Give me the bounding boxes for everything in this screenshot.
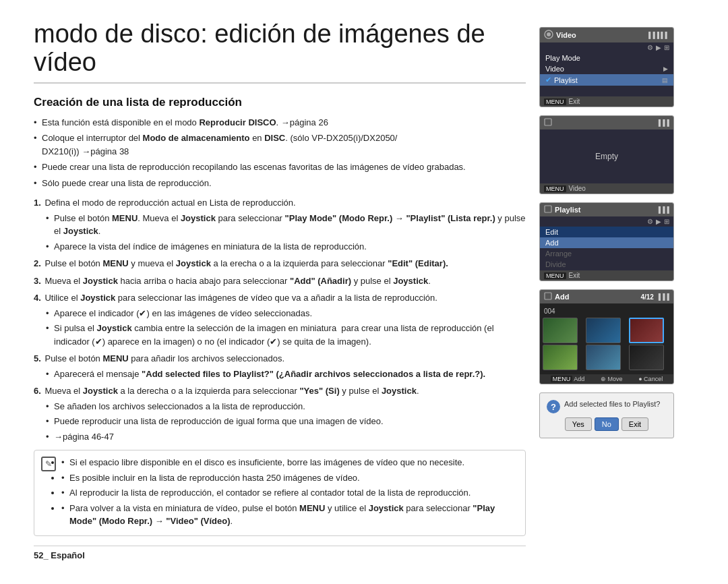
panel-row-edit: Edit — [540, 227, 673, 237]
step-1-sub-1: Pulse el botón MENU. Mueva el Joystick p… — [46, 212, 526, 238]
panel-empty-footer: MENU Video — [540, 183, 673, 194]
svg-rect-3 — [545, 206, 551, 212]
panel-playlist-icon — [544, 205, 552, 214]
panel-empty-icon — [544, 118, 552, 127]
dialog-buttons: Yes No Exit — [547, 417, 667, 431]
step-4-sub-2: Si pulsa el Joystick cambia entre la sel… — [46, 322, 526, 348]
step-5: 5. Pulse el botón MENU para añadir los a… — [34, 352, 526, 380]
intro-bullet-4: Sólo puede crear una lista de reproducci… — [34, 177, 526, 190]
panel-empty-body: Empty — [540, 129, 673, 183]
sidebar: Video ▐▐▐ ▌▌ ⚙ ▶ ⊞ Play Mode Video ▶ — [539, 20, 674, 571]
panel-playlist-footer: MENU Exit — [540, 270, 673, 281]
svg-point-1 — [547, 32, 551, 36]
panel-video: Video ▐▐▐ ▌▌ ⚙ ▶ ⊞ Play Mode Video ▶ — [539, 27, 674, 107]
intro-bullet-3: Puede crear una lista de reproducción re… — [34, 160, 526, 174]
menu-label-1: MENU — [544, 98, 566, 105]
menu-label-2: MENU — [544, 185, 566, 192]
panel-icon-2: ▶ — [656, 44, 661, 51]
panel-playlist-header: Playlist ▐▐▐ — [540, 203, 673, 216]
note-content: Si el espacio libre disponible en el dis… — [61, 456, 518, 530]
note-1: Si el espacio libre disponible en el dis… — [61, 456, 518, 469]
step-1-sub-2: Aparece la vista del índice de imágenes … — [46, 240, 526, 254]
step-3: 3. Mueva el Joystick hacia arriba o haci… — [34, 274, 526, 288]
page-number: 52_ Español — [34, 546, 526, 560]
note-2: Es posible incluir en la lista de reprod… — [61, 471, 518, 485]
step-6-sub-1: Se añaden los archivos seleccionados a l… — [46, 400, 526, 413]
dialog-message: Add selected files to Playlist? — [564, 400, 660, 408]
thumb-5 — [586, 345, 621, 370]
playlist-icon-1: ⚙ — [647, 218, 653, 225]
playlist-icon-3: ⊞ — [664, 218, 669, 225]
panel-row-arrange: Arrange — [540, 248, 673, 259]
panel-video-header: Video ▐▐▐ ▌▌ — [540, 28, 673, 42]
check-icon: ✔ — [545, 76, 551, 84]
panel-add-footer: MENU Add ⊕ Move ● Cancel — [540, 374, 673, 384]
step-2: 2. Pulse el botón MENU y mueva el Joysti… — [34, 257, 526, 270]
panel-add-counter-label: 004 — [543, 306, 671, 316]
panel-playlist-battery: ▐▐▐ — [657, 206, 669, 213]
panel-playlist-body: ⚙ ▶ ⊞ Edit Add Arrange Divide — [540, 216, 673, 270]
panel-row-divide: Divide — [540, 259, 673, 270]
svg-rect-2 — [545, 119, 551, 125]
page-title: modo de disco: edición de imágenes de ví… — [34, 20, 526, 84]
exit-label-3: Exit — [569, 272, 580, 279]
panel-icon-1: ⚙ — [647, 44, 653, 51]
menu-label-3: MENU — [544, 272, 566, 279]
step-5-sub-1: Aparecerá el mensaje "Add selected files… — [46, 368, 526, 381]
thumb-1 — [543, 318, 578, 343]
note-3: Al reproducir la lista de reproducción, … — [61, 486, 518, 500]
step-4: 4. Utilice el Joystick para seleccionar … — [34, 291, 526, 348]
dialog-btn-exit[interactable]: Exit — [621, 417, 648, 431]
panel-row-playlist: ✔ Playlist ▤ — [540, 74, 673, 86]
add-footer-move: ⊕ Move — [601, 376, 623, 382]
thumb-6 — [629, 345, 664, 370]
panel-row-add: Add — [540, 237, 673, 248]
thumbnails-grid — [543, 318, 671, 370]
exit-label-1: Exit — [569, 98, 580, 105]
add-footer-menu: MENU Add — [551, 376, 585, 382]
steps-list: 1. Defina el modo de reproducción actual… — [34, 196, 526, 443]
panel-row-playmode: Play Mode — [540, 53, 673, 63]
section-title: Creación de una lista de reproducción — [34, 96, 526, 109]
panel-dialog: ? Add selected files to Playlist? Yes No… — [539, 392, 674, 438]
step-6-sub-3: →página 46-47 — [46, 430, 526, 444]
panel-add-counter: 4/12 — [640, 293, 653, 301]
main-content: modo de disco: edición de imágenes de ví… — [34, 20, 539, 571]
panel-video-title: Video — [556, 31, 646, 39]
panel-add-body: 004 — [540, 303, 673, 374]
panel-empty: ▐▐▐ Empty MENU Video — [539, 115, 674, 194]
panel-empty-battery: ▐▐▐ — [657, 119, 669, 126]
intro-bullets: Esta función está disponible en el modo … — [34, 116, 526, 190]
panel-battery-icon: ▐▐▐ — [646, 32, 659, 38]
step-1: 1. Defina el modo de reproducción actual… — [34, 196, 526, 253]
note-box: ✎ Si el espacio libre disponible en el d… — [34, 450, 526, 536]
panel-icon-3: ⊞ — [664, 44, 669, 51]
step-4-sub-1: Aparece el indicador (✔) en las imágenes… — [46, 307, 526, 320]
playlist-icon-2: ▶ — [656, 218, 661, 225]
video-footer-label: Video — [569, 185, 586, 192]
intro-bullet-1: Esta función está disponible en el modo … — [34, 116, 526, 129]
panel-video-body: ⚙ ▶ ⊞ Play Mode Video ▶ ✔ Playlist ▤ — [540, 42, 673, 96]
panel-playlist-title: Playlist — [555, 206, 657, 214]
dialog-icon: ? — [547, 400, 560, 413]
panel-add-battery: ▐▐▐ — [657, 293, 669, 300]
panel-video-footer: MENU Exit — [540, 96, 673, 107]
panel-add-title: Add — [555, 293, 640, 301]
panel-add-header: Add 4/12 ▐▐▐ — [540, 290, 673, 303]
empty-label: Empty — [595, 152, 618, 161]
step-6: 6. Mueva el Joystick a la derecha o a la… — [34, 384, 526, 443]
panel-signal-icon: ▌▌ — [661, 32, 669, 38]
panel-playlist: Playlist ▐▐▐ ⚙ ▶ ⊞ Edit Add Arrange — [539, 202, 674, 281]
thumb-2 — [586, 318, 621, 343]
thumb-3 — [629, 318, 664, 343]
panel-row-video: Video ▶ — [540, 63, 673, 74]
svg-rect-4 — [545, 293, 551, 299]
thumb-4 — [543, 345, 578, 370]
video-icon: ▶ — [663, 65, 668, 72]
step-6-sub-2: Puede reproducir una lista de reproducci… — [46, 415, 526, 428]
panel-add: Add 4/12 ▐▐▐ 004 MENU Add ⊕ Move ● Cance — [539, 289, 674, 384]
dialog-btn-yes[interactable]: Yes — [565, 417, 592, 431]
dialog-btn-no[interactable]: No — [595, 417, 619, 431]
add-footer-cancel: ● Cancel — [638, 376, 663, 382]
note-4: Para volver a la vista en miniatura de v… — [61, 502, 518, 528]
